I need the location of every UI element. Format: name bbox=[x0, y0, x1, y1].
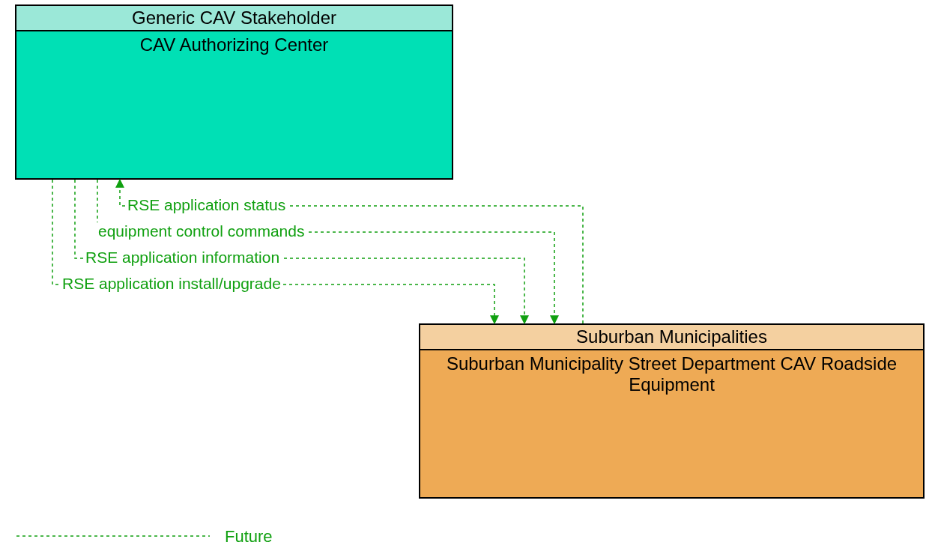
flow-label-rse-status: RSE application status bbox=[125, 196, 288, 214]
node-suburban-equipment: Suburban Municipalities Suburban Municip… bbox=[419, 323, 925, 499]
flow-label-equipment-control: equipment control commands bbox=[96, 222, 306, 240]
legend-future-label: Future bbox=[225, 527, 273, 547]
node-top-body: CAV Authorizing Center bbox=[15, 31, 453, 180]
node-bottom-body: Suburban Municipality Street Department … bbox=[419, 350, 925, 499]
node-top-header: Generic CAV Stakeholder bbox=[15, 4, 453, 31]
node-cav-authorizing-center: Generic CAV Stakeholder CAV Authorizing … bbox=[15, 4, 453, 180]
flow-label-rse-info: RSE application information bbox=[83, 249, 282, 267]
flow-label-rse-install: RSE application install/upgrade bbox=[60, 275, 283, 293]
node-bottom-header: Suburban Municipalities bbox=[419, 323, 925, 350]
